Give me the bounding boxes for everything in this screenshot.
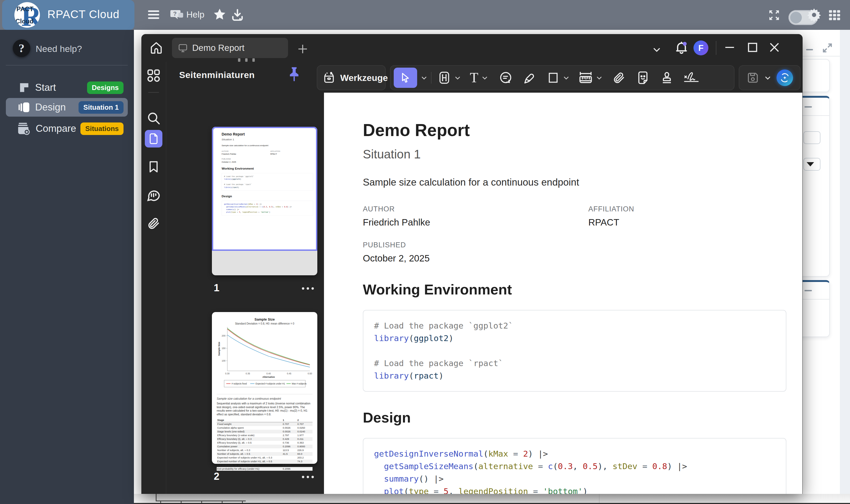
sticker-tool[interactable] [636,71,650,85]
home-icon[interactable] [149,41,163,55]
sidebar-item-start[interactable]: Start Designs [6,78,128,97]
notifications-bell-icon[interactable] [674,40,689,55]
thumbnail-2-menu[interactable] [300,474,314,479]
svg-text:0.40: 0.40 [267,372,271,375]
affiliation-value: RPACT [588,217,634,228]
document-tab[interactable]: Demo Report [172,38,288,58]
doc-subtitle: Situation 1 [363,147,786,161]
measure-chevron-icon[interactable] [595,73,603,82]
page-number: 1 [214,282,219,294]
background-input[interactable] [803,131,820,144]
search-icon[interactable] [141,111,166,126]
document-page[interactable]: Demo Report Situation 1 Sample size calc… [324,93,802,494]
attachment-paperclip-icon[interactable] [141,216,166,231]
panel-drag-handle[interactable] [236,58,257,63]
download-icon[interactable] [231,8,245,22]
thumbnails-panel: Seitenminiaturen Demo Report Situation 1… [166,62,315,494]
save-group [739,65,800,90]
sidebar-item-label: Compare [36,123,76,134]
published-label: PUBLISHED [363,241,588,249]
svg-text:# subjects fixed: # subjects fixed [232,382,247,385]
situations-badge: Situations [80,123,124,135]
background-resize-icon[interactable] [821,42,833,54]
section-heading-design: Design [363,409,786,426]
doc-title: Demo Report [363,120,786,140]
help-icon[interactable]: ? [170,8,184,22]
mini-table: Stage12Fixed weight0.7070.707Cumulative … [217,418,312,471]
help-question-icon[interactable]: ? [13,39,30,57]
new-tab-icon[interactable] [296,42,309,55]
situation-badge: Situation 1 [78,101,124,114]
ai-assistant-button[interactable] [777,70,793,86]
measure-tool[interactable] [578,71,593,85]
heading-tool[interactable] [437,71,451,85]
start-icon [18,82,30,93]
sidebar-item-compare[interactable]: Compare Situations [6,119,128,138]
save-chevron-icon[interactable] [763,73,772,82]
author-label: AUTHOR [363,205,588,213]
pin-icon[interactable] [287,66,302,83]
cursor-chevron-icon[interactable] [420,73,428,82]
thumbnail-1-menu[interactable] [300,286,314,291]
heading-chevron-icon[interactable] [453,73,462,82]
thumbnail-page-1[interactable]: Demo Report Situation 1 Sample size calc… [212,127,317,275]
minimize-icon[interactable] [722,40,737,55]
design-icon [18,102,30,113]
svg-text:150: 150 [222,347,225,349]
apps-grid-icon[interactable] [141,68,166,83]
background-dropdown[interactable] [803,158,820,171]
sidebar-item-design[interactable]: Design Situation 1 [6,98,128,116]
attach-tool[interactable] [612,71,626,85]
bookmark-icon[interactable] [141,160,166,174]
favorite-star-icon[interactable] [213,7,227,22]
app-logo-block[interactable]: R PACT Cloud RPACT Cloud [2,0,134,30]
background-minimize-dash[interactable] [806,49,813,50]
mini-doc-title: Demo Report [222,132,313,136]
sidebar: ? Need help? Start Designs Design Situat… [0,30,134,504]
maximize-icon[interactable] [745,40,760,55]
page-thumbnails-tool[interactable] [141,130,166,147]
shape-rectangle-tool[interactable] [546,71,560,85]
comments-icon[interactable] [141,188,166,203]
published-value: October 2, 2025 [363,253,588,264]
pen-tool[interactable] [523,71,537,85]
tools-button[interactable]: Werkzeuge [317,65,386,90]
svg-text:Sample Size: Sample Size [218,342,220,356]
shape-chevron-icon[interactable] [562,73,571,82]
background-bottom-strip [134,494,850,504]
fullscreen-icon[interactable] [768,9,780,21]
svg-text:0.30: 0.30 [225,372,230,375]
settings-gear-icon[interactable] [807,7,821,22]
compare-icon [17,122,30,135]
grid-view-icon[interactable] [828,8,841,22]
save-icon[interactable] [746,71,759,85]
menu-icon[interactable] [148,8,159,21]
rpact-logo-icon: R PACT Cloud [14,2,40,28]
signature-tool[interactable] [683,71,699,85]
text-tool[interactable]: T [470,71,478,85]
svg-text:0.45: 0.45 [287,372,291,375]
thumbnail-page-2[interactable]: Sample Size Standard Deviation = 0.8, H0… [212,312,317,464]
code-block-design: getDesignInverseNormal(kMax = 2) |> getS… [363,438,786,494]
select-cursor-tool[interactable] [394,68,417,88]
mini-chart: Sample Size Standard Deviation = 0.8, H0… [217,316,312,391]
svg-text:0.50: 0.50 [308,372,312,375]
comment-tool[interactable] [499,71,512,85]
svg-text:Expected # subjects under H1: Expected # subjects under H1 [256,382,285,385]
titlebar-divider [716,41,716,55]
avatar[interactable]: F [693,40,708,55]
svg-text:Sample Size: Sample Size [254,317,275,321]
help-label[interactable]: Help [186,10,204,20]
svg-text:0.35: 0.35 [246,372,250,375]
annotation-toolbar: T [390,65,735,90]
chevron-down-icon[interactable] [651,44,663,55]
text-chevron-icon[interactable] [481,73,489,82]
sidebar-item-label: Start [35,82,56,93]
close-icon[interactable] [767,40,782,55]
thumbnail-1-page: Demo Report Situation 1 Sample size calc… [212,127,317,251]
tab-title: Demo Report [192,43,245,53]
strip-divider [148,92,159,93]
stamp-tool[interactable] [660,71,674,85]
need-help-link[interactable]: Need help? [36,44,82,54]
svg-text:200: 200 [222,335,225,337]
